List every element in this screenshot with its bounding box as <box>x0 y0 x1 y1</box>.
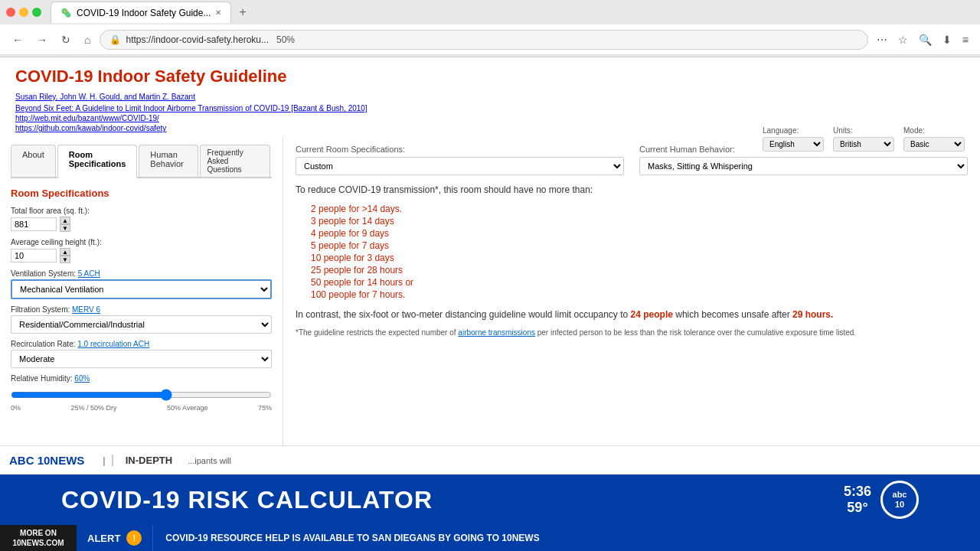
more-on-button[interactable]: MORE ON 10NEWS.COM <box>0 525 77 551</box>
in-depth-label: IN-DEPTH <box>112 455 172 466</box>
tab-favicon: 🦠 <box>60 8 72 18</box>
maximize-button[interactable] <box>32 8 41 17</box>
ventilation-label: Ventilation System: 5 ACH <box>11 269 272 278</box>
list-item: 25 people for 28 hours <box>311 265 968 276</box>
tab-close-icon[interactable]: ✕ <box>215 8 221 17</box>
close-button[interactable] <box>6 8 15 17</box>
units-label: Units: <box>833 126 894 135</box>
mit-link: http://web.mit.edu/bazant/www/COVID-19/ <box>15 114 965 122</box>
mode-label: Mode: <box>903 126 965 135</box>
ventilation-select[interactable]: Mechanical Ventilation <box>11 279 272 299</box>
active-tab[interactable]: 🦠 COVID-19 Indoor Safety Guide... ✕ <box>51 2 231 23</box>
page-title: COVID-19 Indoor Safety Guideline <box>15 67 965 86</box>
ventilation-row: Ventilation System: 5 ACH Mechanical Ven… <box>11 269 272 299</box>
ceiling-height-row: Average ceiling height (ft.): ▲ ▼ <box>11 238 272 263</box>
floor-area-down[interactable]: ▼ <box>60 224 70 232</box>
alert-badge: ALERT ! <box>77 525 153 551</box>
current-room-label: Current Room Specifications: <box>296 145 624 154</box>
settings-row: Language: English Units: British Mode: B… <box>763 126 965 152</box>
floor-area-input[interactable] <box>11 217 57 231</box>
tab-bar: 🦠 COVID-19 Indoor Safety Guide... ✕ + <box>0 0 980 24</box>
minimize-button[interactable] <box>19 8 28 17</box>
tab-faq[interactable]: Frequently Asked Questions <box>200 145 270 177</box>
paper-link[interactable]: Beyond Six Feet: A Guideline to Limit In… <box>15 104 368 112</box>
room-spec-select[interactable]: Custom <box>296 157 624 175</box>
download-icon[interactable]: ⬇ <box>939 31 956 48</box>
zoom-level: 50% <box>276 34 295 45</box>
humidity-row: Relative Humidity: 60% 0% 25% / 50% Dry … <box>11 374 272 412</box>
page-header: COVID-19 Indoor Safety Guideline Susan R… <box>0 57 980 137</box>
home-button[interactable]: ⌂ <box>80 31 95 49</box>
list-item: 50 people for 14 hours or <box>311 277 968 288</box>
abc-logo: abc 10 <box>880 481 919 519</box>
time-logo-group: 5:36 59° abc 10 <box>844 481 919 519</box>
tab-room-specifications[interactable]: Room Specifications <box>57 145 138 178</box>
alert-icon: ! <box>126 530 142 546</box>
tab-human-behavior[interactable]: Human Behavior <box>139 145 198 177</box>
nav-tabs: About Room Specifications Human Behavior… <box>11 145 272 178</box>
units-selector-group: Units: British <box>833 126 894 152</box>
floor-area-spinner: ▲ ▼ <box>60 217 70 232</box>
humidity-scale: 0% 25% / 50% Dry 50% Average 75% <box>11 404 272 412</box>
floor-area-up[interactable]: ▲ <box>60 217 70 224</box>
room-spec-col: Current Room Specifications: Custom <box>296 145 624 175</box>
mit-url[interactable]: http://web.mit.edu/bazant/www/COVID-19/ <box>15 114 159 122</box>
filtration-select[interactable]: Residential/Commercial/Industrial <box>11 315 272 334</box>
list-item: 4 people for 9 days <box>311 228 968 239</box>
language-selector-group: Language: English <box>763 126 824 152</box>
search-icon[interactable]: 🔍 <box>915 31 936 48</box>
ceiling-height-input[interactable] <box>11 249 57 262</box>
humidity-slider[interactable] <box>11 389 272 401</box>
extensions-icon[interactable]: ⋯ <box>873 31 891 48</box>
ventilation-link[interactable]: 5 ACH <box>78 269 100 278</box>
mode-select[interactable]: Basic <box>903 137 965 152</box>
ceiling-height-up[interactable]: ▲ <box>60 248 70 256</box>
humidity-link[interactable]: 60% <box>74 374 90 383</box>
brand-divider: | <box>103 455 105 466</box>
nav-icons: ⋯ ☆ 🔍 ⬇ ≡ <box>873 31 972 48</box>
units-select[interactable]: British <box>833 137 894 152</box>
list-item: 5 people for 7 days <box>311 240 968 251</box>
reference-link: Beyond Six Feet: A Guideline to Limit In… <box>15 104 965 112</box>
github-url[interactable]: https://github.com/kawab/indoor-covid/sa… <box>15 124 166 132</box>
language-select[interactable]: English <box>763 137 824 152</box>
recirculation-link[interactable]: 1.0 recirculation ACH <box>77 340 149 348</box>
menu-icon[interactable]: ≡ <box>959 31 972 48</box>
floor-area-label: Total floor area (sq. ft.): <box>11 207 272 215</box>
traffic-lights <box>6 8 41 17</box>
humidity-label: Relative Humidity: 60% <box>11 374 272 383</box>
forward-button[interactable]: → <box>32 31 52 49</box>
nav-bar: ← → ↻ ⌂ 🔒 https://indoor-covid-safety.he… <box>0 24 980 55</box>
time-temperature: 5:36 59° <box>844 484 871 516</box>
alert-text: ALERT <box>87 533 120 544</box>
ticker-text: COVID-19 RESOURCE HELP IS AVAILABLE TO S… <box>153 533 551 543</box>
contrast-people: 24 people <box>631 309 673 320</box>
filtration-link[interactable]: MERV 6 <box>72 305 100 314</box>
behavior-select[interactable]: Masks, Sitting & Whispering <box>639 157 968 175</box>
transmission-intro: To reduce COVID-19 transmission*, this r… <box>296 183 968 197</box>
refresh-button[interactable]: ↻ <box>57 31 75 49</box>
recirculation-label: Recirculation Rate: 1.0 recirculation AC… <box>11 340 272 348</box>
address-bar[interactable]: 🔒 https://indoor-covid-safety.heroku... … <box>100 30 867 50</box>
news-overlay: ABC 10NEWS | IN-DEPTH ...ipants will COV… <box>0 445 980 551</box>
ceiling-height-down[interactable]: ▼ <box>60 256 70 263</box>
contrast-text: In contrast, the six-foot or two-meter d… <box>296 308 968 322</box>
author-link[interactable]: Susan Riley, John W. H. Gould, and Marti… <box>15 93 195 101</box>
new-tab-button[interactable]: + <box>234 4 250 21</box>
recirculation-select[interactable]: Moderate <box>11 350 272 368</box>
browser-chrome: 🦠 COVID-19 Indoor Safety Guide... ✕ + ← … <box>0 0 980 57</box>
authors: Susan Riley, John W. H. Gould, and Marti… <box>15 93 965 101</box>
tab-about[interactable]: About <box>11 145 56 177</box>
airborne-link[interactable]: airborne transmissions <box>458 328 535 337</box>
news-ticker-bar: MORE ON 10NEWS.COM ALERT ! COVID-19 RESO… <box>0 525 980 551</box>
bookmark-icon[interactable]: ☆ <box>894 31 912 48</box>
transmission-list: 2 people for >14 days. 3 people for 14 d… <box>311 204 968 300</box>
time-display: 5:36 <box>844 484 871 500</box>
list-item: 10 people for 3 days <box>311 253 968 263</box>
temp-display: 59° <box>847 500 867 516</box>
list-item: 100 people for 7 hours. <box>311 289 968 300</box>
url-text: https://indoor-covid-safety.heroku... <box>126 34 269 45</box>
filtration-label: Filtration System: MERV 6 <box>11 305 272 314</box>
back-button[interactable]: ← <box>8 31 28 49</box>
webpage: COVID-19 Indoor Safety Guideline Susan R… <box>0 57 980 551</box>
